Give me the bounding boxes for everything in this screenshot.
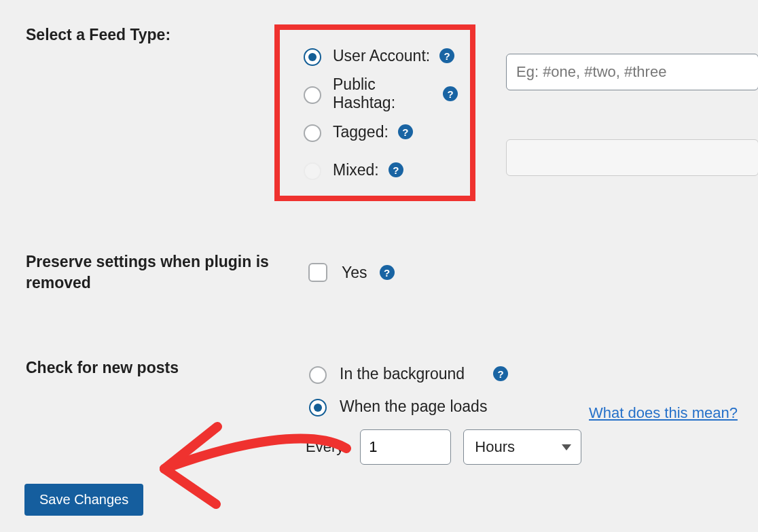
feed-type-hashtag-option[interactable]: Public Hashtag: ?: [300, 75, 458, 113]
preserve-settings-label: Preserve settings when plugin is removed: [0, 251, 278, 294]
preserve-settings-checkbox-label: Yes: [342, 264, 367, 282]
what-does-this-mean-link[interactable]: What does this mean?: [589, 404, 738, 422]
feed-type-user-radio[interactable]: [304, 48, 321, 66]
check-bg-option[interactable]: In the background ?: [306, 357, 581, 390]
check-interval-unit-select[interactable]: Hours: [463, 429, 581, 465]
feed-type-mixed-label: Mixed:: [333, 161, 379, 179]
check-onload-option[interactable]: When the page loads: [306, 390, 581, 423]
feed-type-user-label: User Account:: [333, 47, 430, 65]
preserve-settings-control: Yes ?: [278, 261, 395, 284]
help-icon[interactable]: ?: [380, 265, 395, 280]
help-icon[interactable]: ?: [439, 48, 454, 63]
hashtag-input[interactable]: [506, 54, 758, 90]
feed-type-tagged-label: Tagged:: [333, 123, 389, 141]
feed-type-tagged-option[interactable]: Tagged: ?: [300, 113, 458, 151]
check-onload-radio[interactable]: [309, 399, 327, 416]
help-icon[interactable]: ?: [493, 366, 508, 381]
check-new-posts-label: Check for new posts: [0, 357, 278, 378]
check-bg-radio[interactable]: [309, 366, 327, 384]
help-icon[interactable]: ?: [443, 86, 458, 101]
feed-type-hashtag-radio[interactable]: [304, 86, 321, 104]
feed-type-options-wrapper: User Account: ? Public Hashtag: ? Tagged…: [278, 24, 475, 201]
feed-type-user-option[interactable]: User Account: ?: [300, 37, 458, 75]
feed-type-mixed-radio: [304, 162, 321, 180]
feed-type-label: Select a Feed Type:: [0, 24, 278, 46]
check-onload-label: When the page loads: [340, 397, 487, 416]
feed-type-hashtag-label: Public Hashtag:: [333, 75, 433, 112]
help-icon[interactable]: ?: [398, 124, 413, 139]
feed-type-mixed-option[interactable]: Mixed: ?: [300, 151, 458, 189]
chevron-down-icon: [562, 444, 571, 450]
save-changes-button[interactable]: Save Changes: [24, 484, 143, 516]
check-interval-unit-label: Hours: [475, 438, 515, 456]
feed-type-highlight-box: User Account: ? Public Hashtag: ? Tagged…: [274, 24, 475, 201]
help-icon[interactable]: ?: [389, 162, 403, 177]
mixed-input-disabled: [506, 139, 758, 176]
feed-type-tagged-radio[interactable]: [304, 124, 321, 142]
feed-type-side-inputs: [506, 54, 758, 176]
check-interval-value[interactable]: [360, 429, 451, 465]
check-bg-label: In the background: [340, 365, 465, 383]
check-interval-prefix: Every:: [306, 438, 348, 456]
preserve-settings-row: Preserve settings when plugin is removed…: [0, 251, 758, 294]
check-new-posts-control: In the background ? When the page loads …: [278, 357, 581, 465]
preserve-settings-checkbox[interactable]: [308, 263, 327, 282]
check-interval-line: Every: Hours: [306, 429, 581, 465]
